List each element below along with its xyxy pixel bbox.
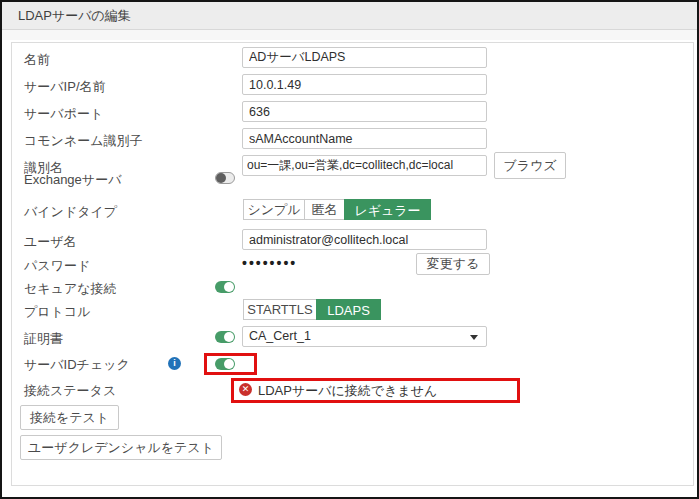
chevron-down-icon xyxy=(470,335,478,340)
protocol-label: プロトコル xyxy=(24,303,91,321)
change-password-button[interactable]: 変更する xyxy=(416,253,490,275)
test-connectivity-button[interactable]: 接続をテスト xyxy=(20,405,119,430)
password-label: パスワード xyxy=(24,257,90,275)
certificate-select[interactable]: CA_Cert_1 xyxy=(242,326,487,347)
certificate-selected-value: CA_Cert_1 xyxy=(249,329,311,343)
exchange-server-label: Exchangeサーバ xyxy=(24,171,121,189)
bind-type-anonymous-button[interactable]: 匿名 xyxy=(304,199,345,220)
test-user-credentials-button[interactable]: ユーザクレデンシャルをテスト xyxy=(20,435,222,460)
connection-status-label: 接続ステータス xyxy=(24,382,116,400)
toggle-knob xyxy=(216,173,226,183)
bind-type-regular-button[interactable]: レギュラー xyxy=(344,199,431,220)
name-input[interactable] xyxy=(242,47,487,68)
info-icon[interactable]: i xyxy=(168,357,181,370)
server-id-check-toggle[interactable] xyxy=(215,358,235,370)
server-port-input[interactable] xyxy=(242,101,487,122)
bind-type-label: バインドタイプ xyxy=(24,203,117,221)
protocol-ldaps-button[interactable]: LDAPS xyxy=(316,299,381,320)
server-ip-input[interactable] xyxy=(242,74,487,95)
server-id-check-label: サーバIDチェック xyxy=(24,356,130,374)
secure-connection-toggle[interactable] xyxy=(215,281,235,293)
ldap-server-edit-window: LDAPサーバの編集 名前 サーバIP/名前 サーバポート コモンネーム識別子 … xyxy=(0,0,699,499)
certificate-label: 証明書 xyxy=(24,330,63,348)
toggle-knob xyxy=(224,332,234,342)
error-icon: ✕ xyxy=(239,383,252,396)
secure-connection-label: セキュアな接続 xyxy=(24,280,117,298)
toggle-knob xyxy=(224,282,234,292)
exchange-server-toggle[interactable] xyxy=(215,172,235,184)
password-masked-value: •••••••• xyxy=(242,255,297,271)
toggle-knob xyxy=(224,359,234,369)
name-label: 名前 xyxy=(24,51,50,69)
browse-button[interactable]: ブラウズ xyxy=(494,152,566,179)
titlebar-substrip xyxy=(2,30,697,40)
server-ip-label: サーバIP/名前 xyxy=(24,78,106,96)
page-title: LDAPサーバの編集 xyxy=(18,2,131,29)
connection-status-message: LDAPサーバに接続できません xyxy=(258,382,437,400)
server-port-label: サーバポート xyxy=(24,105,103,123)
common-name-identifier-label: コモンネーム識別子 xyxy=(24,132,143,150)
bind-type-simple-button[interactable]: シンプル xyxy=(243,199,305,220)
window-titlebar: LDAPサーバの編集 xyxy=(2,2,697,30)
username-label: ユーザ名 xyxy=(24,233,77,251)
protocol-starttls-button[interactable]: STARTTLS xyxy=(243,299,317,320)
username-input[interactable] xyxy=(242,229,487,250)
certificate-toggle[interactable] xyxy=(215,331,235,343)
common-name-identifier-input[interactable] xyxy=(242,128,487,149)
distinguished-name-input[interactable] xyxy=(242,155,487,176)
